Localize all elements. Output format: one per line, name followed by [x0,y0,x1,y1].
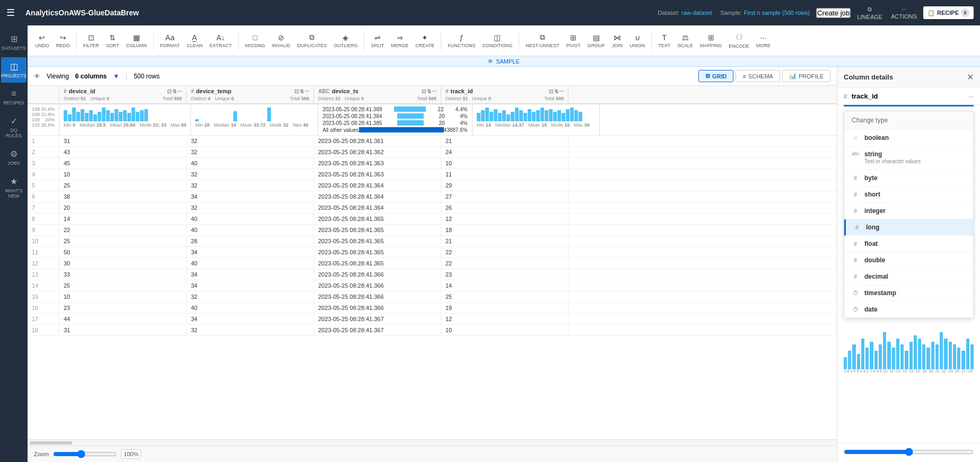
device-id-filter-icon[interactable]: ⊡ [167,88,171,94]
mapping-button[interactable]: ⊞MAPPING [697,31,725,50]
invalid-button[interactable]: ⊘INVALID [269,31,293,50]
type-option-boolean[interactable]: ○ boolean [844,130,973,146]
sample-link[interactable]: First n sample (500 rows) [744,10,810,16]
union-button[interactable]: ∪UNION [626,31,648,50]
filter-button[interactable]: ⊡FILTER [80,31,102,50]
dataset-link[interactable]: raw-dataset [681,10,712,16]
device-ts-all-other-count: 438 [444,127,453,133]
tab-profile[interactable]: 📊 PROFILE [782,70,830,82]
functions-button[interactable]: ƒFUNCTIONS [444,31,479,50]
nest-unnest-button[interactable]: ⧉NEST-UNNEST [522,31,563,50]
device-temp-sort-icon[interactable]: ⇅ [300,88,304,94]
extract-button[interactable]: A↓EXTRACT [206,31,235,50]
track-id-sort-icon[interactable]: ⇅ [554,88,558,94]
lineage-button[interactable]: ⧉ LINEAGE [857,6,882,20]
device-ts-filter-icon[interactable]: ⊡ [422,88,426,94]
device-id-sort-icon[interactable]: ⇅ [172,88,177,94]
sort-button[interactable]: ⇅SORT [103,31,122,50]
create-icon: ✦ [422,33,428,42]
zoom-value[interactable]: 100% [121,449,141,459]
merge-button[interactable]: ⇒MERGE [388,31,412,50]
conditions-button[interactable]: ◫CONDITIONS [479,31,516,50]
recipe-button[interactable]: 📋 RECIPE 0 [923,6,974,19]
device-ts-val1: 2023-05-25 08:28:41.389 [322,106,382,112]
dq-rules-icon: ✓ [11,116,18,126]
type-option-float[interactable]: # float [844,236,973,252]
actions-button[interactable]: ··· ACTIONS [891,6,917,20]
tab-schema[interactable]: ≡ SCHEMA [736,70,780,82]
chart-bar [970,344,974,369]
type-option-long[interactable]: # long [844,219,973,236]
integer-type-name: integer [864,207,886,215]
data-cell: 43 [59,147,187,157]
schema-tab-icon: ≡ [742,73,746,79]
type-option-date[interactable]: ⏱ date [844,301,973,318]
filter-dropdown-icon[interactable]: ▼ [113,73,119,80]
data-cell: 25 [59,280,187,291]
type-option-integer[interactable]: # integer [844,203,973,219]
undo-button[interactable]: ↩UNDO [32,31,52,50]
chart-bar [900,344,904,369]
scale-button[interactable]: ⚖SCALE [674,31,696,50]
split-button[interactable]: ⇌SPLIT [368,31,387,50]
join-icon: ⋈ [614,33,621,42]
chart-bar [961,351,965,369]
redo-button[interactable]: ↪REDO [53,31,73,50]
type-option-double[interactable]: # double [844,252,973,269]
track-id-more-icon[interactable]: ··· [559,88,564,94]
duplicates-button[interactable]: ⧉DUPLICATES [294,31,330,50]
close-panel-button[interactable]: ✕ [967,72,974,82]
zoom-slider[interactable] [53,450,117,458]
type-option-decimal[interactable]: # decimal [844,269,973,285]
sidebar-item-datasets[interactable]: ⊞ DATASETS [1,30,27,55]
text-button[interactable]: TTEXT [655,31,673,50]
data-cell: 23 [441,269,568,280]
type-option-string[interactable]: abc string Text or character values [844,146,973,170]
sample-bar-label: SAMPLE [496,58,520,65]
group-button[interactable]: ▤GROUP [584,31,608,50]
row-num-header [28,86,59,103]
type-option-short[interactable]: # short [844,186,973,203]
type-option-timestamp[interactable]: ⏱ timestamp [844,285,973,301]
device-temp-filter-icon[interactable]: ⊡ [294,88,299,94]
chart-bar [861,339,864,369]
data-cell: 34 [187,191,314,202]
device-id-more-icon[interactable]: ··· [178,88,182,94]
tab-grid[interactable]: ⊞ GRID [698,70,734,82]
profile-tab-label: PROFILE [799,73,824,79]
hamburger-icon[interactable]: ☰ [6,7,15,19]
more-button[interactable]: ···MORE [753,31,774,50]
device-ts-more-icon[interactable]: ··· [432,88,436,94]
clean-button[interactable]: A̲CLEAN [183,31,206,50]
encode-button[interactable]: 〈〉ENCODE [725,31,752,51]
create-job-button[interactable]: Create job [816,8,851,18]
device-id-total: 500 [174,96,182,101]
create-button[interactable]: ✦CREATE [412,31,438,50]
range-slider[interactable] [844,448,974,456]
missing-button[interactable]: □MISSING [242,31,268,50]
pivot-button[interactable]: ⊞PIVOT [563,31,584,50]
data-cell: 45 [59,158,187,168]
outliers-button[interactable]: ◈OUTLIERS [330,31,361,50]
track-id-filter-icon[interactable]: ⊡ [549,88,553,94]
chart-label: 1.8 [844,369,849,373]
sidebar-item-dq-rules[interactable]: ✓ DQ RULES [1,112,27,143]
scrollbar-row[interactable] [28,439,837,446]
data-cell: 33 [59,269,187,280]
type-option-byte[interactable]: # byte [844,170,973,186]
col-more-button[interactable]: ··· [968,93,974,100]
sidebar-item-recipes[interactable]: ≡ RECIPES [1,85,27,110]
decimal-type-info: decimal [864,273,888,280]
data-cell: 27 [441,191,568,202]
chart-label: 16.8 [916,369,921,373]
data-cell: 2023-05-25 08:28:41.366 [314,280,441,291]
format-button[interactable]: AaFORMAT [157,31,183,50]
sidebar-item-projects[interactable]: ◫ PROJECTS [1,57,27,83]
column-button[interactable]: ▦COLUMN [123,31,150,50]
sidebar-item-jobs[interactable]: ⚙ JOBS [1,145,27,170]
device-ts-sort-icon[interactable]: ⇅ [427,88,431,94]
join-button[interactable]: ⋈JOIN [609,31,626,50]
grid-table[interactable]: # device_id ⊡ ⇅ ··· Distinct 51 [28,86,837,439]
sidebar-item-whats-new[interactable]: ★ WHAT'S NEW [1,172,27,203]
device-temp-more-icon[interactable]: ··· [305,88,309,94]
